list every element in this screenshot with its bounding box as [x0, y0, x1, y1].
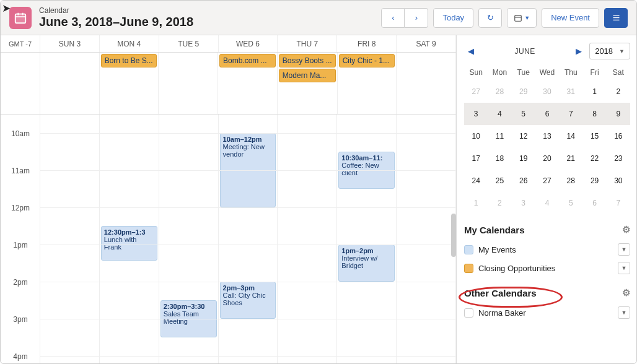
mini-dow: Thu	[559, 64, 582, 80]
mini-year-select[interactable]: 2018▼	[589, 43, 630, 59]
time-grid[interactable]: 10am11am12pm1pm2pm3pm4pm 12:30pm–1:3Lunc…	[1, 115, 456, 363]
my-calendars-heading: My Calendars	[464, 225, 525, 235]
mini-day[interactable]: 9	[607, 103, 630, 125]
mini-day[interactable]: 18	[488, 147, 511, 170]
mini-day[interactable]: 28	[488, 80, 511, 103]
chevron-down-icon[interactable]: ▼	[618, 262, 630, 274]
toolbar: ‹ › Today ↻ ▼ New Event	[381, 8, 628, 28]
mini-day[interactable]: 26	[512, 170, 535, 192]
mini-day[interactable]: 27	[464, 80, 488, 103]
refresh-button[interactable]: ↻	[478, 8, 502, 28]
mini-day[interactable]: 28	[559, 170, 582, 192]
mini-day[interactable]: 25	[488, 170, 511, 192]
mini-dow: Sun	[464, 64, 488, 80]
allday-event[interactable]: City Chic - 1...	[339, 54, 395, 67]
mini-calendar[interactable]: SunMonTueWedThuFriSat2728293031123456789…	[464, 64, 630, 214]
today-button[interactable]: Today	[433, 8, 473, 28]
mini-day[interactable]: 4	[488, 103, 511, 125]
day-header[interactable]: SUN 3	[40, 35, 100, 52]
next-week-button[interactable]: ›	[405, 8, 428, 28]
mini-day[interactable]: 4	[535, 192, 559, 214]
day-header[interactable]: THU 7	[278, 35, 337, 52]
mini-prev-icon[interactable]: ◀	[464, 46, 478, 56]
mini-day[interactable]: 15	[582, 125, 606, 147]
hour-label: 2pm	[1, 278, 40, 287]
mini-day[interactable]: 6	[535, 103, 559, 125]
date-range: June 3, 2018–June 9, 2018	[39, 15, 381, 29]
event[interactable]: 2pm–3pmCall: City Chic Shoes	[220, 282, 276, 319]
sidebar-toggle-button[interactable]	[604, 8, 628, 28]
view-switcher-button[interactable]: ▼	[507, 8, 537, 28]
app-name: Calendar	[39, 6, 381, 15]
mini-day[interactable]: 30	[607, 170, 630, 192]
day-header[interactable]: WED 6	[219, 35, 278, 52]
mini-day[interactable]: 30	[535, 80, 559, 103]
mini-day[interactable]: 21	[559, 147, 582, 170]
day-header[interactable]: FRI 8	[337, 35, 397, 52]
allday-event[interactable]: Born to Be S...	[101, 54, 157, 67]
mini-dow: Wed	[535, 64, 559, 80]
mini-day[interactable]: 16	[607, 125, 630, 147]
mini-day[interactable]: 5	[559, 192, 582, 214]
svg-rect-4	[515, 15, 522, 20]
hour-label: 12pm	[1, 204, 40, 212]
mini-day[interactable]: 29	[582, 170, 606, 192]
mini-day[interactable]: 31	[559, 80, 582, 103]
mini-day[interactable]: 3	[464, 103, 488, 125]
event[interactable]: 1pm–2pmInterview w/ Bridget	[338, 245, 395, 282]
day-header[interactable]: MON 4	[100, 35, 159, 52]
mini-day[interactable]: 3	[512, 192, 535, 214]
day-header[interactable]: SAT 9	[397, 35, 456, 52]
mini-day[interactable]: 14	[559, 125, 582, 147]
chevron-down-icon[interactable]: ▼	[618, 243, 630, 256]
mini-day[interactable]: 7	[559, 103, 582, 125]
mini-day[interactable]: 17	[464, 147, 488, 170]
mini-day[interactable]: 10	[464, 125, 488, 147]
allday-row: Born to Be S... Bomb.com ... Bossy Boots…	[1, 53, 456, 115]
sidebar: ◀ JUNE ▶ 2018▼ SunMonTueWedThuFriSat2728…	[457, 35, 636, 363]
allday-event[interactable]: Bomb.com ...	[219, 54, 276, 67]
mini-day[interactable]: 20	[535, 147, 559, 170]
mini-next-icon[interactable]: ▶	[572, 46, 586, 56]
color-swatch	[464, 264, 473, 273]
mini-day[interactable]: 24	[464, 170, 488, 192]
mini-day[interactable]: 19	[512, 147, 535, 170]
mini-day[interactable]: 7	[607, 192, 630, 214]
new-event-button[interactable]: New Event	[542, 8, 599, 28]
mini-day[interactable]: 13	[535, 125, 559, 147]
mini-day[interactable]: 29	[512, 80, 535, 103]
hour-label: 3pm	[1, 315, 40, 324]
mini-dow: Tue	[512, 64, 535, 80]
mini-dow: Fri	[582, 64, 606, 80]
other-calendars-heading: Other Calendars	[464, 288, 537, 298]
week-grid: GMT -7 SUN 3 MON 4 TUE 5 WED 6 THU 7 FRI…	[1, 35, 457, 363]
color-swatch	[464, 308, 473, 318]
calendar-app-icon	[9, 7, 32, 29]
mini-day[interactable]: 1	[582, 80, 606, 103]
calendar-item[interactable]: Norma Baker▼	[464, 303, 630, 322]
chevron-down-icon[interactable]: ▼	[618, 306, 630, 319]
mini-day[interactable]: 11	[488, 125, 511, 147]
mini-day[interactable]: 27	[535, 170, 559, 192]
allday-event[interactable]: Bossy Boots ...	[279, 54, 336, 67]
mini-day[interactable]: 8	[582, 103, 606, 125]
calendar-item[interactable]: Closing Opportunities▼	[464, 259, 630, 277]
mini-month-label: JUNE	[481, 47, 568, 56]
mini-day[interactable]: 22	[582, 147, 606, 170]
prev-week-button[interactable]: ‹	[381, 8, 405, 28]
calendar-item[interactable]: My Events▼	[464, 240, 630, 259]
mini-day[interactable]: 1	[464, 192, 488, 214]
scrollbar[interactable]	[451, 214, 456, 257]
gear-icon[interactable]: ⚙	[622, 287, 630, 298]
day-header[interactable]: TUE 5	[159, 35, 219, 52]
mini-day[interactable]: 12	[512, 125, 535, 147]
allday-event[interactable]: Modern Ma...	[279, 69, 336, 82]
color-swatch	[464, 245, 473, 254]
mini-day[interactable]: 5	[512, 103, 535, 125]
mini-day[interactable]: 23	[607, 147, 630, 170]
event[interactable]: 12:30pm–1:3Lunch with Frank	[101, 226, 157, 261]
mini-day[interactable]: 6	[582, 192, 606, 214]
gear-icon[interactable]: ⚙	[622, 224, 630, 235]
mini-day[interactable]: 2	[607, 80, 630, 103]
mini-day[interactable]: 2	[488, 192, 511, 214]
